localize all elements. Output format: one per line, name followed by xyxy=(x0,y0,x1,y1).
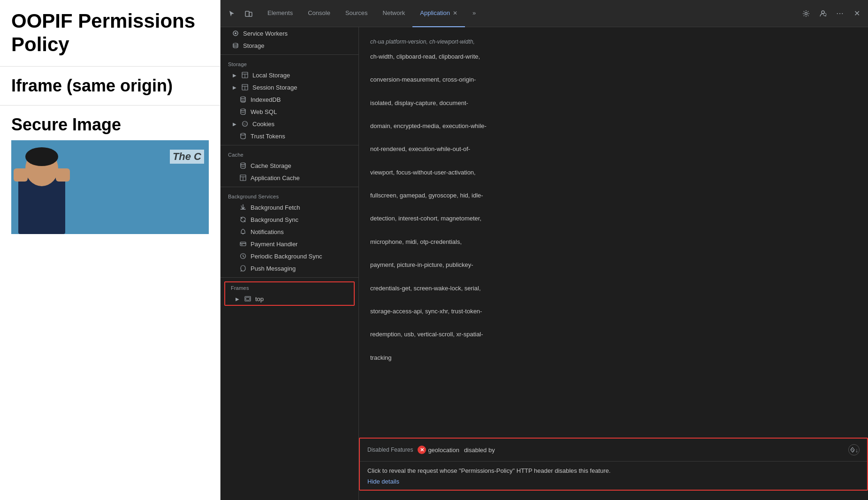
iframe-section: Iframe (same origin) xyxy=(0,67,220,106)
close-devtools-btn[interactable]: ✕ xyxy=(849,6,864,21)
text-top-partial: ch-ua platform-version, ch-viewport-widt… xyxy=(370,37,605,47)
sidebar-item-notifications[interactable]: Notifications xyxy=(221,226,358,238)
sidebar-item-application-cache[interactable]: Application Cache xyxy=(221,172,358,184)
device-toggle-icon xyxy=(245,10,252,17)
divider-1 xyxy=(221,54,358,55)
svg-point-25 xyxy=(244,124,245,125)
devtools-body: Service Workers Storage Storage ▶ xyxy=(221,27,868,500)
sidebar-item-trust-tokens[interactable]: Trust Tokens xyxy=(221,130,358,142)
svg-rect-35 xyxy=(241,244,243,245)
svg-point-13 xyxy=(233,43,238,45)
sidebar-item-service-workers[interactable]: Service Workers xyxy=(221,27,358,39)
settings-icon xyxy=(802,10,810,17)
sidebar-item-periodic-background-sync[interactable]: Periodic Background Sync xyxy=(221,250,358,262)
background-services-header: Background Services xyxy=(221,190,358,201)
sidebar-item-local-storage[interactable]: ▶ Local Storage xyxy=(221,69,358,81)
sidebar-item-session-storage[interactable]: ▶ Session Storage xyxy=(221,81,358,93)
svg-point-21 xyxy=(241,109,245,111)
session-storage-icon xyxy=(241,83,249,91)
payment-handler-icon xyxy=(239,240,247,248)
user-icon: + xyxy=(819,10,827,17)
close-devtools-icon: ✕ xyxy=(854,9,860,18)
tab-network[interactable]: Network xyxy=(375,0,413,27)
disabled-features-description: Click to reveal the request whose "Permi… xyxy=(367,466,860,476)
svg-point-26 xyxy=(243,124,244,125)
settings-icon-btn[interactable] xyxy=(799,6,814,21)
devtools-panel: Elements Console Sources Network Applica… xyxy=(221,0,868,500)
application-cache-icon xyxy=(239,174,247,182)
svg-point-12 xyxy=(235,32,236,34)
secure-image-section: Secure Image The C xyxy=(0,106,220,234)
tab-sources[interactable]: Sources xyxy=(338,0,375,27)
sidebar-item-top-frame[interactable]: ▶ top xyxy=(225,293,354,305)
sidebar-item-payment-handler[interactable]: Payment Handler xyxy=(221,238,358,250)
toolbar-right-icons: + ⋯ ✕ xyxy=(799,6,864,21)
device-toggle-btn[interactable] xyxy=(241,6,256,21)
cookies-arrow: ▶ xyxy=(232,121,237,127)
cookies-icon xyxy=(241,120,249,128)
tab-console[interactable]: Console xyxy=(300,0,338,27)
session-storage-arrow: ▶ xyxy=(232,84,237,90)
indexeddb-icon xyxy=(239,96,247,103)
red-x-icon: ✕ xyxy=(418,446,426,454)
secure-image-placeholder: The C xyxy=(11,140,209,234)
cursor-icon xyxy=(228,10,236,17)
user-icon-btn[interactable]: + xyxy=(815,6,830,21)
webpage-panel: OOPIF Permissions Policy Iframe (same or… xyxy=(0,0,221,500)
svg-rect-6 xyxy=(249,12,252,16)
devtools-main-content: ch-ua platform-version, ch-viewport-widt… xyxy=(359,27,868,500)
push-messaging-icon xyxy=(239,265,247,272)
disabled-features-body: Click to reveal the request whose "Permi… xyxy=(360,462,867,490)
sidebar-item-web-sql[interactable]: Web SQL xyxy=(221,106,358,118)
tab-application[interactable]: Application ✕ xyxy=(412,0,465,27)
disabled-features-box: Disabled Features ✕ geolocation disabled… xyxy=(359,438,868,491)
oopif-section: OOPIF Permissions Policy xyxy=(0,0,220,67)
divider-2 xyxy=(221,145,358,145)
more-options-btn[interactable]: ⋯ xyxy=(832,6,847,21)
svg-rect-38 xyxy=(246,297,250,300)
frames-section: Frames ▶ top xyxy=(224,281,355,306)
oopif-heading: OOPIF Permissions Policy xyxy=(11,9,209,57)
svg-point-20 xyxy=(241,97,245,98)
sidebar-item-cache-storage[interactable]: Cache Storage xyxy=(221,159,358,172)
svg-text:+: + xyxy=(824,14,826,16)
background-fetch-icon xyxy=(239,204,247,211)
devtools-sidebar: Service Workers Storage Storage ▶ xyxy=(221,27,359,500)
devtools-tabs: Elements Console Sources Network Applica… xyxy=(260,0,799,27)
service-workers-icon xyxy=(232,30,239,37)
text-body: ch-width, clipboard-read, clipboard-writ… xyxy=(370,51,605,364)
tab-elements[interactable]: Elements xyxy=(260,0,300,27)
svg-point-2 xyxy=(25,147,58,166)
secure-image-heading: Secure Image xyxy=(11,115,209,135)
svg-rect-33 xyxy=(240,242,246,246)
sidebar-item-push-messaging[interactable]: Push Messaging xyxy=(221,262,358,274)
devtools-toolbar: Elements Console Sources Network Applica… xyxy=(221,0,868,27)
sidebar-item-storage-top[interactable]: Storage xyxy=(221,39,358,52)
frames-section-header: Frames xyxy=(225,282,354,293)
tab-application-close[interactable]: ✕ xyxy=(453,10,457,16)
web-sql-icon xyxy=(239,108,247,115)
divider-4 xyxy=(221,277,358,278)
sidebar-item-indexeddb[interactable]: IndexedDB xyxy=(221,93,358,106)
disabled-features-label: Disabled Features xyxy=(367,447,413,453)
permissions-policy-text: ch-ua platform-version, ch-viewport-widt… xyxy=(370,37,605,364)
tab-more[interactable]: » xyxy=(465,0,483,27)
background-sync-icon xyxy=(239,216,247,223)
local-storage-arrow: ▶ xyxy=(232,72,237,78)
cursor-icon-btn[interactable] xyxy=(224,6,239,21)
sidebar-item-cookies[interactable]: ▶ Cookies xyxy=(221,118,358,130)
svg-point-28 xyxy=(241,133,245,135)
trust-tokens-icon xyxy=(239,132,247,140)
notifications-icon xyxy=(239,228,247,235)
iframe-heading: Iframe (same origin) xyxy=(11,76,209,96)
svg-point-27 xyxy=(246,124,246,125)
sidebar-item-background-fetch[interactable]: Background Fetch xyxy=(221,201,358,213)
sidebar-item-background-sync[interactable]: Background Sync xyxy=(221,213,358,226)
toolbar-left-icons xyxy=(224,6,256,21)
svg-point-22 xyxy=(243,121,248,127)
info-icon xyxy=(850,447,855,453)
cache-section-header: Cache xyxy=(221,148,358,159)
top-frame-icon xyxy=(244,295,251,303)
hide-details-link[interactable]: Hide details xyxy=(367,478,860,485)
info-icon-btn[interactable]: ↓ xyxy=(848,444,860,455)
